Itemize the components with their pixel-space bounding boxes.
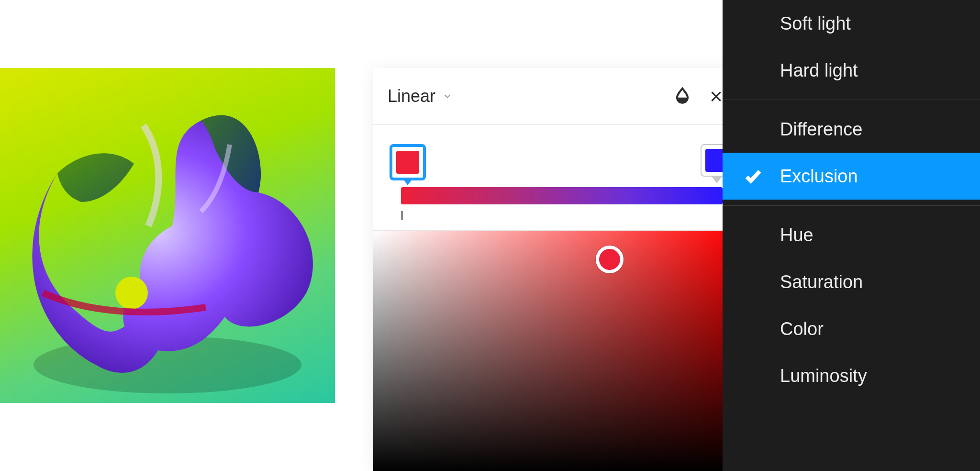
blend-mode-option-label: Color [780, 319, 824, 339]
preview-artwork [0, 68, 335, 403]
sv-color-field[interactable] [373, 231, 737, 471]
blend-mode-option[interactable]: Exclusion [723, 153, 980, 200]
blend-mode-option[interactable]: Saturation [723, 258, 980, 305]
fill-type-dropdown[interactable]: Linear [388, 86, 453, 106]
blend-mode-option[interactable]: Luminosity [723, 352, 980, 399]
svg-point-1 [115, 277, 148, 309]
blend-mode-option-label: Saturation [780, 272, 863, 292]
gradient-stops-area[interactable] [373, 125, 737, 231]
blend-mode-option[interactable]: Hue [723, 212, 980, 258]
chevron-down-icon [442, 91, 453, 101]
blend-mode-option[interactable]: Hard light [723, 47, 980, 94]
color-picker-panel: Linear × [373, 68, 737, 471]
menu-separator [723, 100, 980, 100]
blend-mode-option-label: Difference [780, 119, 863, 140]
blend-mode-option[interactable]: Color [723, 305, 980, 352]
blend-mode-icon[interactable] [673, 86, 691, 106]
gradient-stop-left-swatch [396, 151, 419, 174]
gradient-stop-left[interactable] [390, 144, 426, 180]
blend-mode-option-label: Hard light [780, 60, 858, 81]
fill-type-label: Linear [388, 86, 435, 106]
blend-mode-option-label: Soft light [780, 13, 851, 34]
blend-mode-option-label: Hue [780, 225, 813, 246]
layer-preview [0, 68, 335, 403]
blend-mode-option-label: Luminosity [780, 366, 867, 386]
check-icon [744, 167, 763, 186]
blend-mode-menu: Soft lightHard lightDifferenceExclusionH… [723, 0, 980, 471]
sv-cursor[interactable] [596, 246, 624, 273]
blend-mode-option-label: Exclusion [780, 166, 858, 187]
gradient-origin-tick [401, 211, 403, 220]
picker-header: Linear × [373, 68, 737, 125]
gradient-bar[interactable] [401, 187, 723, 204]
blend-mode-option[interactable]: Soft light [723, 0, 980, 47]
menu-separator [723, 205, 980, 206]
close-icon[interactable]: × [710, 85, 723, 107]
blend-mode-option[interactable]: Difference [723, 106, 980, 153]
